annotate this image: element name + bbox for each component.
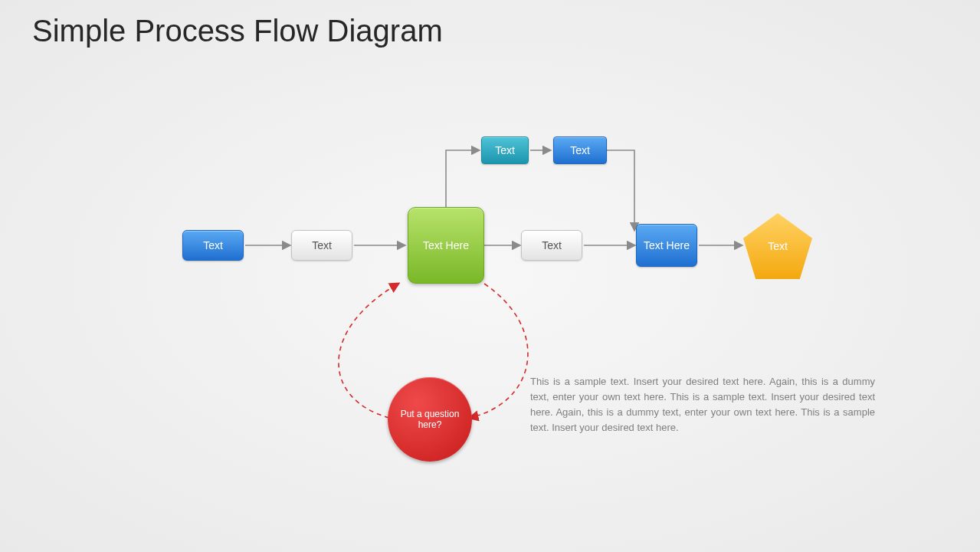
node-3: Text Here (408, 207, 484, 284)
question-label: Put a question here? (388, 409, 472, 431)
node-1: Text (182, 230, 244, 261)
node-4-label: Text (537, 239, 566, 252)
node-2: Text (291, 230, 352, 261)
node-top-2: Text (553, 136, 607, 164)
node-top-1-label: Text (490, 144, 519, 157)
node-top-1: Text (481, 136, 529, 164)
node-1-label: Text (198, 239, 228, 252)
node-5: Text Here (636, 224, 697, 267)
description-text: This is a sample text. Insert your desir… (530, 374, 875, 436)
node-6: Text (743, 213, 812, 279)
node-3-label: Text Here (418, 239, 474, 252)
node-2-label: Text (307, 239, 336, 252)
node-top-2-label: Text (565, 144, 595, 157)
diagram-stage: Text Text Text Text Text Here Text Text … (0, 0, 980, 552)
node-5-label: Text Here (639, 239, 694, 252)
node-4: Text (521, 230, 582, 261)
connectors (0, 0, 980, 552)
question-node: Put a question here? (388, 377, 472, 462)
node-6-label: Text (743, 213, 812, 279)
